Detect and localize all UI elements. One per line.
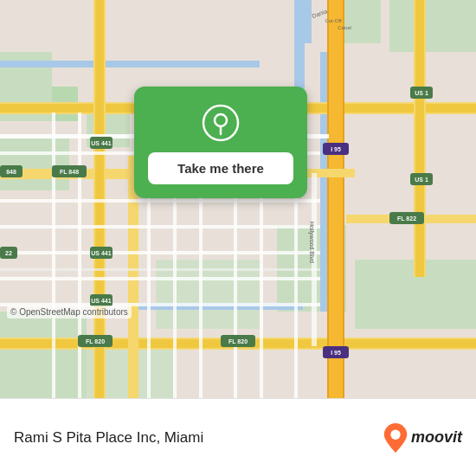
svg-rect-34 [0,225,320,228]
svg-text:Canal: Canal [338,25,351,30]
moovit-pin-icon [383,423,408,453]
svg-rect-29 [415,0,424,277]
svg-text:US 441: US 441 [91,140,111,146]
moovit-logo: moovit [383,423,462,453]
svg-rect-35 [0,251,320,254]
popup-card: Take me there [134,87,307,198]
map-attribution: © OpenStreetMap contributors [7,306,132,318]
take-me-there-button[interactable]: Take me there [148,152,293,184]
location-pin-icon [202,104,240,142]
svg-rect-36 [0,277,320,280]
svg-text:US 441: US 441 [91,250,111,256]
svg-text:US 441: US 441 [91,298,111,304]
svg-rect-8 [389,0,476,52]
svg-text:Cut-Off: Cut-Off [325,18,342,23]
svg-text:US 1: US 1 [415,177,428,183]
svg-point-83 [390,429,400,439]
svg-rect-33 [0,199,320,203]
svg-text:FL 820: FL 820 [228,338,248,344]
svg-point-81 [215,114,227,126]
map-container: FL 818 US 441 US 441 US 441 FL 848 I 95 … [0,0,476,398]
bottom-bar: Rami S Pita Place Inc, Miami moovit [0,398,476,476]
business-info: Rami S Pita Place Inc, Miami moovit [14,423,462,453]
svg-text:FL 820: FL 820 [86,338,105,344]
svg-text:I 95: I 95 [331,350,341,356]
svg-text:Hollywood Blvd: Hollywood Blvd [308,222,315,263]
svg-rect-2 [0,138,69,190]
svg-rect-26 [329,0,343,398]
svg-rect-15 [0,61,260,68]
svg-text:848: 848 [6,169,16,175]
svg-rect-38 [0,268,320,271]
svg-text:FL 848: FL 848 [60,169,79,175]
svg-text:I 95: I 95 [331,146,341,152]
map-svg: FL 818 US 441 US 441 US 441 FL 848 I 95 … [0,0,476,398]
moovit-text: moovit [411,428,462,447]
business-name: Rami S Pita Place Inc, Miami [14,429,203,447]
svg-rect-14 [320,52,327,312]
svg-rect-40 [78,113,81,398]
svg-text:22: 22 [5,250,12,256]
svg-rect-39 [52,113,55,398]
svg-rect-9 [0,312,87,398]
svg-text:FL 822: FL 822 [397,215,416,222]
svg-text:US 1: US 1 [415,90,428,96]
svg-rect-13 [305,0,312,43]
